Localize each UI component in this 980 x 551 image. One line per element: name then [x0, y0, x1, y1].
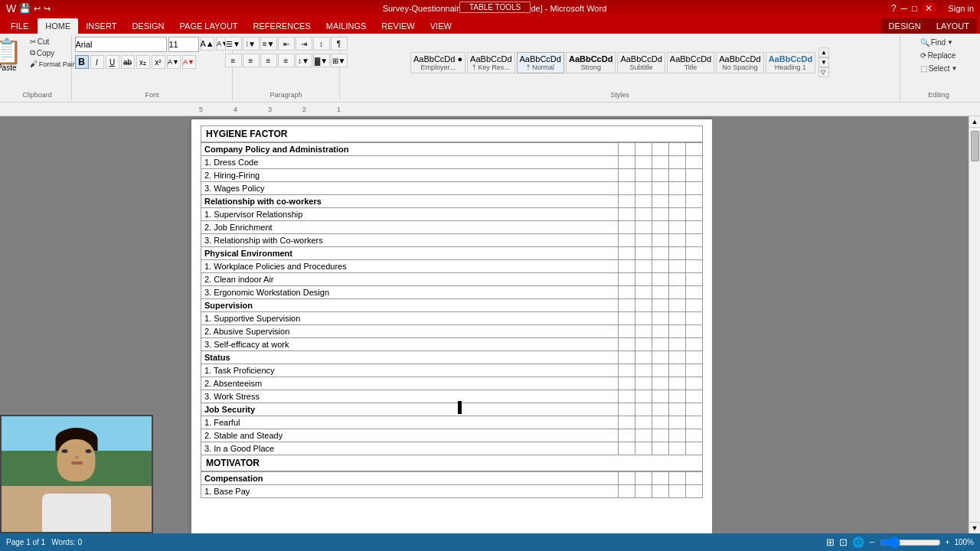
help-icon[interactable]: ? — [891, 3, 897, 14]
title-bar: W 💾 ↩ ↪ Survey-Questionnaire [Compatibil… — [0, 0, 980, 17]
subscript-btn[interactable]: x₂ — [136, 55, 150, 69]
tab-home[interactable]: HOME — [38, 18, 78, 34]
table-row: Company Policy and Administration — [201, 143, 703, 156]
styles-scroll-down[interactable]: ▲ ▼ ▽ — [818, 47, 829, 77]
decrease-indent-btn[interactable]: ⇤ — [278, 37, 295, 51]
vertical-scrollbar[interactable]: ▲ ▼ — [969, 116, 980, 533]
tab-mailings[interactable]: MAILINGS — [318, 18, 374, 34]
table-row: Physical Environment — [201, 247, 703, 260]
zoom-slider[interactable] — [880, 539, 941, 546]
ruler: 5 4 3 2 1 — [0, 103, 980, 116]
justify-btn[interactable]: ≡ — [278, 54, 295, 67]
tab-file[interactable]: FILE — [3, 18, 36, 34]
bullets-btn[interactable]: ☰▼ — [225, 37, 242, 51]
table-row: 3. Work Stress — [201, 390, 703, 403]
tab-table-design[interactable]: DESIGN — [881, 18, 929, 34]
table-row: 3. Wages Policy — [201, 182, 703, 195]
table-row: 1. Base Pay — [201, 485, 703, 498]
table-row: Job Security — [201, 403, 703, 416]
align-left-btn[interactable]: ≡ — [225, 54, 242, 67]
font-color-btn[interactable]: A▼ — [182, 55, 196, 69]
font-group: A▲ A▼ B I U ab x₂ x² A▼ A▼ Font — [72, 35, 233, 100]
cut-icon: ✂ — [30, 37, 36, 46]
scroll-thumb[interactable] — [971, 131, 979, 161]
replace-icon: ⟳ — [920, 51, 926, 60]
sort-btn[interactable]: ↕ — [313, 37, 330, 51]
quick-save[interactable]: 💾 — [19, 3, 31, 14]
print-layout-icon[interactable]: ⊞ — [826, 536, 835, 548]
minimize-btn[interactable]: ─ — [901, 3, 908, 14]
table-row: 2. Absenteeism — [201, 377, 703, 390]
tab-pagelayout[interactable]: PAGE LAYOUT — [172, 18, 246, 34]
scroll-down-btn[interactable]: ▼ — [969, 522, 980, 533]
close-btn[interactable]: ✕ — [922, 3, 936, 14]
find-button[interactable]: 🔍 Find▼ — [917, 37, 956, 48]
window-controls[interactable]: ? ─ □ ✕ Sign in — [891, 3, 974, 14]
zoom-out-btn[interactable]: ─ — [869, 538, 874, 546]
editing-label: Editing — [928, 91, 949, 99]
tab-review[interactable]: REVIEW — [374, 18, 422, 34]
superscript-btn[interactable]: x² — [152, 55, 165, 69]
multilevel-btn[interactable]: ≡▼ — [260, 37, 277, 51]
style-strong[interactable]: AaBbCcDd Strong — [566, 52, 616, 73]
increase-indent-btn[interactable]: ⇥ — [296, 37, 312, 51]
undo-btn[interactable]: ↩ — [34, 4, 41, 14]
font-label: Font — [145, 91, 158, 99]
zoom-in-btn[interactable]: + — [946, 538, 950, 546]
grow-font-btn[interactable]: A▲ — [201, 37, 214, 51]
style-title[interactable]: AaBbCcDd Title — [667, 52, 714, 73]
font-family-input[interactable] — [75, 37, 167, 52]
tab-table-layout[interactable]: LAYOUT — [929, 18, 977, 34]
paste-button[interactable]: 📋 Paste — [0, 37, 26, 74]
fullscreen-icon[interactable]: ⊡ — [839, 536, 848, 548]
maximize-btn[interactable]: □ — [912, 3, 917, 14]
ribbon-tabs: FILE HOME INSERT DESIGN PAGE LAYOUT REFE… — [0, 17, 980, 34]
redo-btn[interactable]: ↪ — [44, 4, 51, 14]
shading-btn[interactable]: ▓▼ — [313, 54, 330, 67]
underline-button[interactable]: U — [106, 55, 119, 69]
select-icon: ⬚ — [920, 64, 927, 73]
style-normal[interactable]: AaBbCcDd † Normal — [517, 52, 564, 73]
select-button[interactable]: ⬚ Select▼ — [917, 63, 961, 74]
align-right-btn[interactable]: ≡ — [260, 54, 277, 67]
styles-label: Styles — [610, 91, 629, 99]
align-center-btn[interactable]: ≡ — [243, 54, 260, 67]
table-row: Relationship with co-workers — [201, 195, 703, 208]
tab-design[interactable]: DESIGN — [124, 18, 172, 34]
page-info: Page 1 of 1 — [6, 538, 45, 546]
numbering-btn[interactable]: ⁝▼ — [243, 37, 260, 51]
table-row: 2. Clean indoor Air — [201, 273, 703, 286]
style-heading1[interactable]: AaBbCcDd Heading 1 — [766, 52, 815, 73]
style-subtitle[interactable]: AaBbCcDd Subtitle — [617, 52, 665, 73]
ruler-mark-1: 1 — [337, 106, 341, 113]
copy-icon: ⧉ — [30, 48, 35, 57]
motivator-header: MOTIVATOR — [201, 455, 703, 471]
format-painter-icon: 🖌 — [30, 60, 38, 68]
table-row: 2. Abusive Supervision — [201, 325, 703, 338]
bold-button[interactable]: B — [75, 55, 89, 69]
tab-insert[interactable]: INSERT — [78, 18, 124, 34]
tab-references[interactable]: REFERENCES — [246, 18, 318, 34]
table-row: 1. Supportive Supervision — [201, 312, 703, 325]
highlight-btn[interactable]: A▼ — [167, 55, 181, 69]
table-row: 3. Relationship with Co-workers — [201, 234, 703, 247]
style-nospacing[interactable]: AaBbCcDd No Spacing — [716, 52, 763, 73]
scroll-up-btn[interactable]: ▲ — [969, 116, 980, 128]
table-row: Status — [201, 351, 703, 364]
italic-button[interactable]: I — [90, 55, 104, 69]
replace-button[interactable]: ⟳ Replace — [917, 50, 959, 61]
document-page[interactable]: HYGIENE FACTOR Company Policy and Admini… — [191, 119, 712, 533]
tab-view[interactable]: VIEW — [423, 18, 459, 34]
font-size-input[interactable] — [168, 37, 199, 52]
table-row: 2. Job Enrichment — [201, 221, 703, 234]
style-keyres[interactable]: AaBbCcDd † Key Res... — [467, 52, 514, 73]
editing-group: 🔍 Find▼ ⟳ Replace ⬚ Select▼ Editing — [900, 35, 977, 100]
style-employer[interactable]: AaBbCcDd ● Employer... — [410, 52, 466, 73]
ruler-mark-4: 4 — [234, 106, 237, 113]
table-row: 2. Stable and Steady — [201, 429, 703, 442]
strikethrough-btn[interactable]: ab — [121, 55, 135, 69]
line-spacing-btn[interactable]: ↕▼ — [296, 54, 312, 67]
web-view-icon[interactable]: 🌐 — [852, 536, 864, 548]
signin-link[interactable]: Sign in — [948, 4, 974, 13]
word-count: Words: 0 — [51, 538, 82, 546]
